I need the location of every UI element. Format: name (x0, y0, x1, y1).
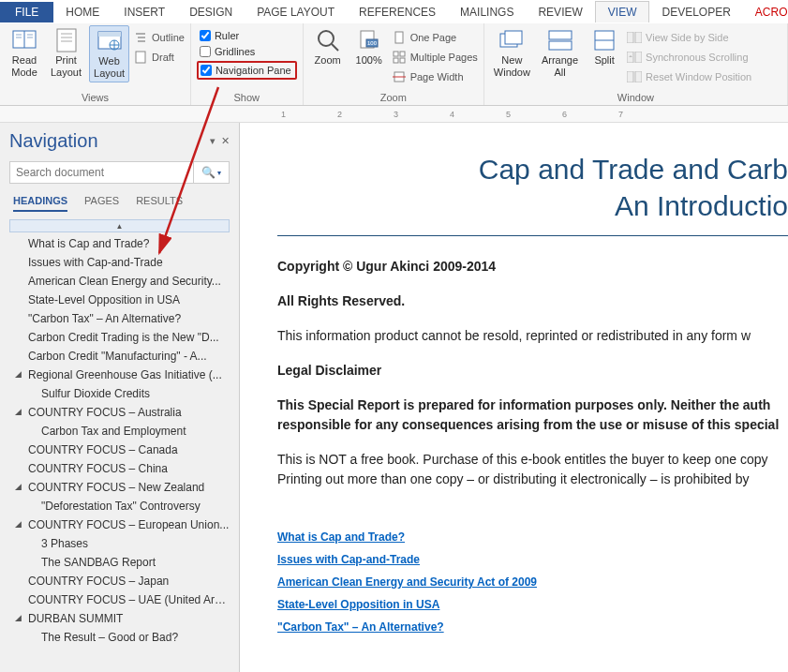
one-page-button[interactable]: One Page (392, 29, 478, 46)
nav-heading-item[interactable]: "Carbon Tax" – An Alternative? (9, 309, 230, 328)
nav-heading-item[interactable]: The Result – Good or Bad? (9, 628, 230, 647)
nav-heading-item[interactable]: Sulfur Dioxide Credits (9, 384, 230, 403)
caret-icon[interactable]: ◢ (15, 613, 22, 622)
toc-link[interactable]: Issues with Cap-and-Trade (277, 553, 420, 566)
web-layout-button[interactable]: Web Layout (89, 25, 129, 82)
nav-heading-item[interactable]: The SANDBAG Report (9, 553, 230, 572)
page-width-button[interactable]: Page Width (392, 68, 478, 85)
tab-file[interactable]: FILE (0, 2, 53, 22)
window-group-label: Window (490, 92, 781, 104)
nav-heading-item[interactable]: COUNTRY FOCUS – Japan (9, 572, 230, 590)
tab-insert[interactable]: INSERT (112, 2, 177, 22)
multiple-pages-button[interactable]: Multiple Pages (392, 49, 478, 66)
new-window-button[interactable]: New Window (490, 25, 534, 81)
horizontal-ruler: 1 2 3 4 5 6 7 (0, 106, 788, 123)
nav-headings-list: What is Cap and Trade?Issues with Cap-an… (9, 234, 230, 647)
svg-text:100: 100 (367, 40, 378, 46)
caret-icon[interactable]: ◢ (15, 519, 22, 529)
svg-line-20 (332, 44, 338, 51)
caret-icon[interactable]: ◢ (15, 369, 22, 379)
nav-heading-item[interactable]: Carbon Tax and Employment (9, 422, 230, 441)
navigation-pane: Navigation ▾ ✕ 🔍▾ HEADINGS PAGES RESULTS… (0, 123, 240, 672)
toc-link[interactable]: "Carbon Tax" – An Alternative? (277, 620, 444, 634)
page-width-icon (392, 69, 407, 84)
new-window-icon (498, 27, 525, 53)
one-page-icon (392, 30, 407, 45)
nav-collapse-bar[interactable]: ▲ (9, 219, 230, 232)
side-by-side-icon (627, 30, 642, 45)
nav-heading-item[interactable]: COUNTRY FOCUS – Canada (9, 441, 230, 459)
svg-rect-26 (400, 52, 405, 56)
document-body[interactable]: Cap and Trade and CarbAn Introductio Cop… (240, 123, 788, 672)
zoom-button[interactable]: Zoom (309, 25, 347, 68)
toc-link[interactable]: American Clean Energy and Security Act o… (277, 575, 537, 589)
outline-button[interactable]: Outline (133, 29, 185, 46)
ribbon-group-window: New Window Arrange All Split View Side b… (484, 23, 788, 105)
nav-heading-item[interactable]: State-Level Opposition in USA (9, 291, 230, 309)
read-mode-icon (11, 27, 37, 53)
tab-mailings[interactable]: MAILINGS (448, 2, 526, 22)
split-button[interactable]: Split (586, 25, 623, 68)
nav-heading-item[interactable]: Carbon Credit "Manufacturing" - A... (9, 347, 230, 366)
tab-references[interactable]: REFERENCES (347, 2, 448, 22)
nav-close-icon[interactable]: ✕ (221, 135, 230, 147)
navigation-title: Navigation ▾ ✕ (9, 130, 230, 152)
arrange-all-label: Arrange All (542, 54, 578, 79)
nav-heading-item[interactable]: ◢COUNTRY FOCUS – European Union... (9, 515, 230, 534)
search-input[interactable] (9, 161, 194, 184)
nav-heading-item[interactable]: 3 Phases (9, 534, 230, 553)
tab-review[interactable]: REVIEW (526, 2, 594, 22)
caret-icon[interactable]: ◢ (15, 407, 22, 416)
read-mode-button[interactable]: Read Mode (6, 25, 43, 81)
zoom-group-label: Zoom (309, 92, 478, 104)
nav-tab-pages[interactable]: PAGES (84, 195, 119, 212)
nav-tab-results[interactable]: RESULTS (136, 195, 183, 212)
svg-rect-25 (394, 52, 398, 56)
nav-tab-headings[interactable]: HEADINGS (13, 195, 67, 212)
arrange-all-button[interactable]: Arrange All (538, 25, 582, 81)
tab-home[interactable]: HOME (53, 2, 112, 22)
toc-link[interactable]: What is Cap and Trade? (277, 530, 405, 544)
nav-dropdown-icon[interactable]: ▾ (210, 135, 216, 147)
side-by-side-button: View Side by Side (627, 29, 751, 46)
tab-acrobat[interactable]: ACROBAT (743, 2, 788, 22)
tab-developer[interactable]: DEVELOPER (649, 2, 742, 22)
search-button[interactable]: 🔍▾ (194, 161, 230, 184)
ribbon-group-show: Ruler Gridlines Navigation Pane Show (191, 23, 304, 105)
gridlines-checkbox[interactable]: Gridlines (197, 45, 297, 58)
print-layout-icon (53, 27, 80, 53)
toc-link[interactable]: State-Level Opposition in USA (277, 598, 439, 611)
tab-design[interactable]: DESIGN (177, 2, 245, 22)
caret-icon[interactable]: ◢ (15, 482, 22, 491)
nav-heading-item[interactable]: "Deforestation Tax" Controversy (9, 497, 230, 515)
nav-tabs: HEADINGS PAGES RESULTS (9, 195, 230, 212)
reset-position-button: Reset Window Position (627, 68, 751, 85)
nav-heading-item[interactable]: ◢DURBAN SUMMIT (9, 609, 230, 628)
multi-pages-icon (392, 50, 407, 65)
nav-heading-item[interactable]: Issues with Cap-and-Trade (9, 253, 230, 272)
ribbon-group-views: Read Mode Print Layout Web Layout Outlin… (0, 23, 191, 105)
sync-scroll-icon (627, 50, 642, 65)
tab-page-layout[interactable]: PAGE LAYOUT (245, 2, 347, 22)
zoom-100-label: 100% (356, 54, 382, 67)
nav-heading-item[interactable]: ◢COUNTRY FOCUS – New Zealand (9, 478, 230, 497)
nav-heading-item[interactable]: ◢COUNTRY FOCUS – Australia (9, 403, 230, 422)
views-group-label: Views (6, 92, 185, 104)
navigation-pane-checkbox[interactable]: Navigation Pane (197, 61, 297, 80)
zoom-100-button[interactable]: 100 100% (350, 25, 388, 68)
print-layout-button[interactable]: Print Layout (47, 25, 85, 81)
copyright-line: Copyright © Ugur Akinci 2009-2014 (277, 257, 788, 276)
draft-button[interactable]: Draft (133, 49, 185, 66)
nav-heading-item[interactable]: ◢Regional Greenhouse Gas Initiative (... (9, 366, 230, 384)
nav-heading-item[interactable]: COUNTRY FOCUS – China (9, 459, 230, 478)
nav-heading-item[interactable]: COUNTRY FOCUS – UAE (United Ara... (9, 590, 230, 609)
tab-view[interactable]: VIEW (595, 1, 650, 22)
nav-heading-item[interactable]: American Clean Energy and Security... (9, 272, 230, 291)
nav-heading-item[interactable]: Carbon Credit Trading is the New "D... (9, 328, 230, 347)
nav-heading-item[interactable]: What is Cap and Trade? (9, 234, 230, 253)
ruler-checkbox[interactable]: Ruler (197, 29, 297, 42)
sync-scroll-button: Synchronous Scrolling (627, 49, 751, 66)
arrange-all-icon (547, 27, 573, 53)
read-mode-label: Read Mode (11, 54, 37, 79)
svg-rect-28 (400, 58, 405, 63)
